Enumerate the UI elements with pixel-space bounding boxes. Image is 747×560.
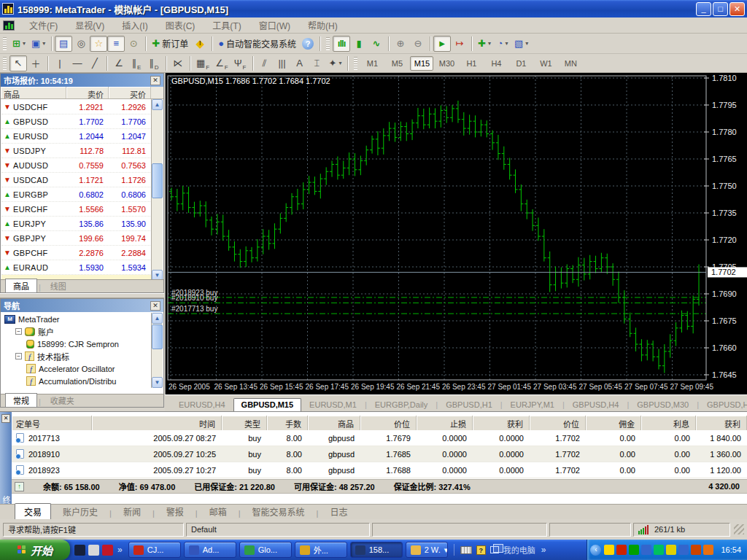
market-watch-row[interactable]: ▼USDCHF1.29211.2926 xyxy=(1,100,152,114)
chart-tab-7[interactable]: GBPUSD,M30 xyxy=(629,398,697,411)
menu-item-6[interactable]: 帮助(H) xyxy=(299,20,347,33)
toolbar-grip[interactable] xyxy=(3,57,7,70)
zoom-in-button[interactable]: ⊕ xyxy=(392,36,409,52)
resize-grip[interactable] xyxy=(734,524,744,534)
order-row[interactable]: 20177132005.09.27 08:27buy8.00gbpusd1.76… xyxy=(12,430,747,446)
market-watch-row[interactable]: ▲EURAUD1.59301.5934 xyxy=(1,260,152,275)
horizontal-line-button[interactable]: — xyxy=(69,55,86,71)
market-watch-row[interactable]: ▲EURJPY135.86135.90 xyxy=(1,217,152,231)
period-button-M30[interactable]: M30 xyxy=(435,56,458,71)
task-button-0[interactable]: CJ... xyxy=(128,542,181,558)
quick-launch-chevron[interactable]: » xyxy=(116,545,124,555)
navigator-scrollbar[interactable]: ▲ ▼ xyxy=(151,313,163,388)
column-symbol[interactable]: 商品 xyxy=(1,87,66,98)
navigator-toggle-button[interactable]: ☆ xyxy=(90,36,107,52)
orders-column-3[interactable]: 手数 xyxy=(267,416,308,430)
chart-tab-2[interactable]: EURUSD,M1 xyxy=(301,398,365,411)
chart-tab-1[interactable]: GBPUSD,M15 xyxy=(233,398,302,411)
orders-column-8[interactable]: 价位 xyxy=(530,416,586,430)
task-button-3[interactable]: 外... xyxy=(295,542,347,558)
menu-item-3[interactable]: 图表(C) xyxy=(157,20,204,33)
chart-shift-button[interactable]: ↦ xyxy=(451,36,468,52)
orders-column-5[interactable]: 价位 xyxy=(360,416,417,430)
menu-item-2[interactable]: 插入(I) xyxy=(113,20,156,33)
minimize-button[interactable]: _ xyxy=(696,2,711,16)
task-button-1[interactable]: Ad... xyxy=(184,542,236,558)
orders-column-6[interactable]: 止损 xyxy=(417,416,473,430)
terminal-toggle-button[interactable]: ≡ xyxy=(107,36,125,52)
quick-launch-icon-0[interactable] xyxy=(74,545,85,556)
menu-item-5[interactable]: 窗口(W) xyxy=(250,20,299,33)
navigator-tab-1[interactable]: 收藏夹 xyxy=(42,393,82,407)
chart-tab-5[interactable]: EURJPY,M1 xyxy=(503,398,562,411)
text-button[interactable]: A xyxy=(291,55,309,71)
tree-expander-icon[interactable]: − xyxy=(15,328,22,335)
terminal-tab-3[interactable]: 警报 xyxy=(158,504,193,520)
tray-icon-2[interactable] xyxy=(629,545,639,555)
tray-icon-1[interactable] xyxy=(616,545,627,555)
terminal-tab-6[interactable]: 日志 xyxy=(321,504,356,520)
market-watch-row[interactable]: ▼EURCHF1.55661.5570 xyxy=(1,202,152,217)
orders-column-0[interactable]: 定单号 xyxy=(12,416,92,430)
strategy-tester-button[interactable]: ⊙ xyxy=(125,36,142,52)
tray-icon-0[interactable] xyxy=(604,545,614,555)
fibo-expansion-button[interactable]: ΨF xyxy=(231,55,249,71)
market-watch-row[interactable]: ▲EURUSD1.20441.2047 xyxy=(1,129,152,144)
market-watch-toggle-button[interactable]: ▤ xyxy=(55,36,72,52)
task-button-2[interactable]: Glo... xyxy=(239,542,292,558)
terminal-close-icon[interactable]: ✕ xyxy=(1,414,10,423)
toolbar-overflow-chevron[interactable]: » xyxy=(540,545,548,555)
period-button-M1[interactable]: M1 xyxy=(360,56,384,71)
chart-tab-6[interactable]: GBPUSD,H4 xyxy=(565,398,627,411)
close-button[interactable]: ✕ xyxy=(729,2,745,16)
navigator-item[interactable]: 158999: CJR Sempron xyxy=(1,338,152,350)
data-window-button[interactable]: ◎ xyxy=(72,36,90,52)
order-row[interactable]: 20189102005.09.27 10:25buy8.00gbpusd1.76… xyxy=(12,446,747,462)
navigator-caption[interactable]: 导航 ✕ xyxy=(1,299,163,312)
period-button-M5[interactable]: M5 xyxy=(385,56,409,71)
navigator-item[interactable]: −账户 xyxy=(1,325,152,338)
period-button-M15[interactable]: M15 xyxy=(410,56,433,71)
task-button-4[interactable]: 158... xyxy=(350,542,403,558)
market-watch-caption[interactable]: 市场报价: 10:54:19 ✕ xyxy=(1,74,163,87)
scrollbar-thumb[interactable] xyxy=(152,324,163,349)
scroll-up-icon[interactable]: ▲ xyxy=(152,313,163,324)
auto-scroll-button[interactable]: ▶ xyxy=(433,36,451,52)
terminal-tab-4[interactable]: 邮箱 xyxy=(201,504,236,520)
period-button-MN[interactable]: MN xyxy=(559,56,582,71)
orders-column-10[interactable]: 利息 xyxy=(641,416,696,430)
market-watch-row[interactable]: ▲GBPUSD1.77021.7706 xyxy=(1,114,152,129)
navigator-item[interactable]: fAccumulation/Distribu xyxy=(1,375,152,387)
chart-tab-3[interactable]: EURGBP,Daily xyxy=(367,398,436,411)
periods-dropdown-button[interactable]: ◔▾ xyxy=(494,36,511,52)
ime-help-icon[interactable]: ? xyxy=(476,545,486,555)
market-watch-close-icon[interactable]: ✕ xyxy=(150,76,160,85)
market-watch-row[interactable]: ▲EURGBP0.68020.6806 xyxy=(1,187,152,202)
equidistant-channel-button[interactable]: ∥E xyxy=(128,55,145,71)
scroll-down-icon[interactable]: ▼ xyxy=(152,377,163,388)
tray-icon-5[interactable] xyxy=(666,545,676,555)
vertical-line-button[interactable]: | xyxy=(51,55,69,71)
scroll-up-icon[interactable]: ▲ xyxy=(152,99,163,110)
navigator-close-icon[interactable]: ✕ xyxy=(150,301,160,311)
market-watch-row[interactable]: ▼USDCAD1.17211.1726 xyxy=(1,173,152,187)
gann-fan-button[interactable]: ⋉ xyxy=(169,55,187,71)
trendline-button[interactable]: ╱ xyxy=(86,55,104,71)
arrows-dropdown-button[interactable]: ✦▾ xyxy=(326,55,345,71)
tray-icon-6[interactable] xyxy=(678,545,689,555)
toolbar-grip[interactable] xyxy=(3,37,7,50)
menu-item-0[interactable]: 文件(F) xyxy=(20,20,66,33)
navigator-tab-0[interactable]: 常规 xyxy=(5,393,37,407)
menu-item-1[interactable]: 显视(V) xyxy=(66,20,113,33)
period-button-H4[interactable]: H4 xyxy=(484,56,508,71)
terminal-tab-2[interactable]: 新闻 xyxy=(115,504,150,520)
orders-column-9[interactable]: 佣金 xyxy=(586,416,641,430)
menu-item-4[interactable]: 工具(T) xyxy=(204,20,249,33)
chart-window-system-icon[interactable] xyxy=(3,20,15,31)
navigator-item[interactable]: MMetaTrader xyxy=(1,313,152,325)
keyboard-layout-icon[interactable] xyxy=(460,546,472,554)
market-watch-tab-1[interactable]: 线图 xyxy=(42,279,74,292)
scrollbar-thumb[interactable] xyxy=(152,163,163,198)
column-ask[interactable]: 买价 xyxy=(109,87,151,98)
indicators-button[interactable]: ✚▾ xyxy=(475,36,494,52)
